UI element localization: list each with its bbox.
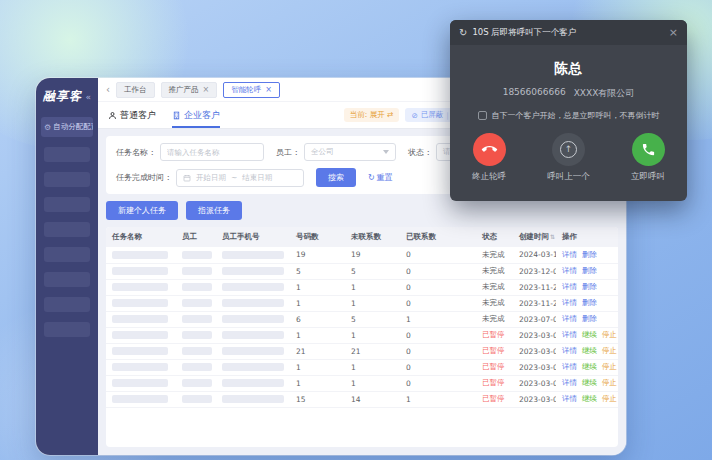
tab-smart-rotation-call[interactable]: 智能轮呼 × xyxy=(223,82,280,98)
created-time-cell: 2024-03-15 1 xyxy=(513,247,556,263)
sidebar-menu-placeholder[interactable] xyxy=(44,197,90,212)
op-link[interactable]: 详情 xyxy=(562,378,577,387)
cell-placeholder xyxy=(182,363,212,371)
cell-placeholder xyxy=(182,331,212,339)
sidebar-menu-placeholder[interactable] xyxy=(44,147,90,162)
sort-icon[interactable]: ⇅ xyxy=(550,233,555,240)
op-link[interactable]: 详情 xyxy=(562,394,577,403)
call-now-button[interactable]: 立即呼叫 xyxy=(631,133,665,183)
phone-count-cell: 1 xyxy=(290,327,345,343)
tab-scroll-left-icon[interactable]: ‹ xyxy=(106,85,110,95)
status-cell: 未完成 xyxy=(476,311,513,327)
table-row: 110未完成2023-11-24 1详情删除 xyxy=(106,295,618,311)
cell-placeholder xyxy=(222,299,284,307)
op-link[interactable]: 详情 xyxy=(562,362,577,371)
op-link[interactable]: 删除 xyxy=(582,282,597,291)
cell-placeholder xyxy=(112,379,168,387)
contacted-cell: 0 xyxy=(400,279,476,295)
op-link[interactable]: 详情 xyxy=(562,266,577,275)
subtab-normal-customer[interactable]: 普通客户 xyxy=(108,102,156,128)
call-countdown-dialog: ↻ 10S 后即将呼叫下一个客户 × 陈总 18566066666 XXXX有限… xyxy=(450,20,687,201)
contacted-cell: 0 xyxy=(400,295,476,311)
op-link[interactable]: 继续 xyxy=(582,362,597,371)
status-cell: 未完成 xyxy=(476,247,513,263)
op-link[interactable]: 删除 xyxy=(582,250,597,259)
call-previous-button[interactable]: ↑ 呼叫上一个 xyxy=(547,133,590,183)
op-link[interactable]: 详情 xyxy=(562,314,577,323)
stop-rotation-button[interactable]: 终止轮呼 xyxy=(472,133,506,183)
close-icon[interactable]: × xyxy=(265,85,272,94)
cell-placeholder xyxy=(222,251,284,259)
gear-icon: ⚙ xyxy=(44,123,51,132)
created-time-cell: 2023-07-04 1 xyxy=(513,311,556,327)
task-name-input[interactable] xyxy=(160,143,264,161)
op-link[interactable]: 详情 xyxy=(562,346,577,355)
op-link[interactable]: 删除 xyxy=(582,266,597,275)
op-link[interactable]: 详情 xyxy=(562,298,577,307)
skip-countdown-checkbox[interactable] xyxy=(478,111,487,120)
tab-promote-product[interactable]: 推广产品 × xyxy=(161,82,218,98)
phone-count-cell: 1 xyxy=(290,359,345,375)
person-icon xyxy=(108,111,117,120)
dialog-body: 陈总 18566066666 XXXX有限公司 自下一个客户开始，总是立即呼叫，… xyxy=(450,60,687,183)
operations-cell: 详情继续停止删除 xyxy=(556,375,618,391)
op-link[interactable]: 删除 xyxy=(582,298,597,307)
new-personal-task-button[interactable]: 新建个人任务 xyxy=(106,201,178,220)
close-icon[interactable]: × xyxy=(669,27,678,38)
search-button[interactable]: 搜索 xyxy=(316,168,356,187)
assign-task-button[interactable]: 指派任务 xyxy=(186,201,242,220)
phone-count-cell: 5 xyxy=(290,263,345,279)
subtab-enterprise-customer[interactable]: 企业客户 xyxy=(172,102,220,128)
status-cell: 已暂停 xyxy=(476,391,513,407)
sidebar-collapse-icon[interactable]: « xyxy=(85,92,91,102)
op-link[interactable]: 停止 xyxy=(602,346,617,355)
dialog-title: 10S 后即将呼叫下一个客户 xyxy=(472,27,663,39)
operations-cell: 详情继续停止删除 xyxy=(556,327,618,343)
cell-placeholder xyxy=(112,363,168,371)
op-link[interactable]: 停止 xyxy=(602,394,617,403)
table-header-row: 任务名称 员工 员工手机号 号码数 未联系数 已联系数 状态 创建时间⇅ 操作 xyxy=(106,227,618,247)
tab-workbench[interactable]: 工作台 xyxy=(116,82,155,98)
sidebar-menu-placeholder[interactable] xyxy=(44,272,90,287)
reset-button[interactable]: ↻ 重置 xyxy=(368,172,393,183)
op-link[interactable]: 停止 xyxy=(602,378,617,387)
op-link[interactable]: 停止 xyxy=(602,362,617,371)
status-cell: 已暂停 xyxy=(476,359,513,375)
sidebar-menu-placeholder[interactable] xyxy=(44,247,90,262)
op-link[interactable]: 继续 xyxy=(582,346,597,355)
operations-cell: 详情删除 xyxy=(556,295,618,311)
sidebar-menu-placeholder[interactable] xyxy=(44,222,90,237)
sidebar-menu-placeholder[interactable] xyxy=(44,322,90,337)
uncontacted-cell: 19 xyxy=(345,247,400,263)
contacted-cell: 0 xyxy=(400,359,476,375)
cell-placeholder xyxy=(222,347,284,355)
contacted-cell: 0 xyxy=(400,327,476,343)
op-link[interactable]: 停止 xyxy=(602,330,617,339)
sidebar-header: 融享客 « xyxy=(36,78,98,113)
operations-cell: 详情删除 xyxy=(556,279,618,295)
cell-placeholder xyxy=(112,331,168,339)
op-link[interactable]: 继续 xyxy=(582,330,597,339)
building-icon xyxy=(172,111,181,120)
current-state-pill[interactable]: 当前: 展开 ⇄ xyxy=(344,108,400,122)
op-link[interactable]: 详情 xyxy=(562,330,577,339)
date-range-picker[interactable]: 开始日期 ~ 结束日期 xyxy=(176,169,304,187)
close-icon[interactable]: × xyxy=(203,85,210,94)
op-link[interactable]: 继续 xyxy=(582,378,597,387)
op-link[interactable]: 详情 xyxy=(562,250,577,259)
sidebar-item-auto-assign-config[interactable]: ⚙ 自动分配配置 xyxy=(41,117,93,137)
cell-placeholder xyxy=(222,379,284,387)
sidebar-menu-placeholder[interactable] xyxy=(44,172,90,187)
contacted-cell: 0 xyxy=(400,263,476,279)
op-link[interactable]: 详情 xyxy=(562,282,577,291)
phone-count-cell: 15 xyxy=(290,391,345,407)
sidebar-menu-placeholder[interactable] xyxy=(44,297,90,312)
cell-placeholder xyxy=(112,267,168,275)
phone-icon xyxy=(641,142,656,157)
op-link[interactable]: 继续 xyxy=(582,394,597,403)
table-row: 110已暂停2023-03-08 1详情继续停止删除 xyxy=(106,327,618,343)
hangup-phone-icon xyxy=(478,139,499,160)
staff-select[interactable]: 全公司 xyxy=(304,143,396,161)
op-link[interactable]: 删除 xyxy=(582,314,597,323)
table-row: 110已暂停2023-03-08 1详情继续停止删除 xyxy=(106,359,618,375)
